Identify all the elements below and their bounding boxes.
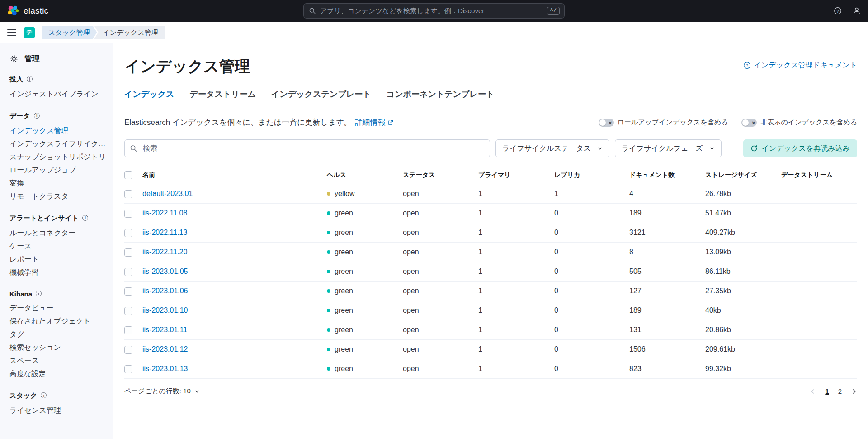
row-checkbox[interactable] <box>124 326 132 334</box>
space-badge[interactable]: テ <box>24 27 35 38</box>
storage-size-cell: 409.27kb <box>705 223 781 243</box>
keyboard-shortcut-hint: ^/ <box>547 7 560 15</box>
page-number[interactable]: 2 <box>838 387 842 395</box>
health-dot <box>327 192 330 196</box>
tab[interactable]: データストリーム <box>190 89 256 105</box>
primary-cell: 1 <box>478 243 554 262</box>
primary-cell: 1 <box>478 204 554 223</box>
replica-cell: 0 <box>554 359 629 379</box>
data-stream-cell <box>781 204 857 223</box>
toggle-switch[interactable]: × ロールアップインデックスを含める <box>599 118 728 127</box>
sidebar-item[interactable]: インジェストパイプライン <box>9 87 106 100</box>
sidebar-item[interactable]: リモートクラスター <box>9 190 106 203</box>
health-cell: green <box>327 287 399 295</box>
sidebar-item[interactable]: ライセンス管理 <box>9 404 106 417</box>
row-checkbox[interactable] <box>124 229 132 237</box>
sidebar-item[interactable]: レポート <box>9 253 106 266</box>
row-checkbox[interactable] <box>124 248 132 257</box>
sidebar-item[interactable]: スペース <box>9 354 106 367</box>
index-name-link[interactable]: iis-2023.01.11 <box>142 326 187 334</box>
info-icon: i <box>27 76 33 82</box>
breadcrumb-stack-management[interactable]: スタック管理 <box>42 26 97 39</box>
tab[interactable]: インデックステンプレート <box>271 89 371 105</box>
sidebar-item[interactable]: 保存されたオブジェクト <box>9 315 106 328</box>
health-dot <box>327 231 330 234</box>
chevron-down-icon <box>597 146 603 151</box>
index-name-link[interactable]: iis-2022.11.20 <box>142 248 187 256</box>
table-row: iis-2022.11.08 green open 1 0 189 51.47k… <box>124 204 857 223</box>
x-icon: × <box>609 119 612 125</box>
status-cell: open <box>403 359 478 379</box>
select-all-checkbox[interactable] <box>124 171 132 179</box>
docs-count-cell: 823 <box>629 359 705 379</box>
sidebar-item[interactable]: ロールアップジョブ <box>9 163 106 177</box>
next-page-button[interactable] <box>851 388 857 395</box>
reload-indices-button[interactable]: インデックスを再読み込み <box>743 139 857 157</box>
index-name-link[interactable]: iis-2023.01.05 <box>142 267 188 275</box>
health-dot <box>327 309 330 312</box>
index-name-link[interactable]: iis-2023.01.13 <box>142 365 188 372</box>
docs-count-cell: 127 <box>629 282 705 301</box>
sidebar-item[interactable]: 高度な設定 <box>9 367 106 380</box>
column-header[interactable]: ドキュメント数 <box>629 168 705 184</box>
row-checkbox[interactable] <box>124 268 132 276</box>
details-link[interactable]: 詳細情報 <box>355 117 393 128</box>
index-name-link[interactable]: iis-2023.01.12 <box>142 345 188 353</box>
docs-count-cell: 505 <box>629 262 705 282</box>
row-checkbox[interactable] <box>124 190 132 198</box>
health-cell: green <box>327 326 399 334</box>
index-name-link[interactable]: iis-2022.11.08 <box>142 209 187 217</box>
menu-button[interactable] <box>7 29 16 36</box>
row-checkbox[interactable] <box>124 287 132 296</box>
status-cell: open <box>403 243 478 262</box>
help-icon[interactable]: ? <box>834 7 842 15</box>
primary-cell: 1 <box>478 282 554 301</box>
sidebar-title: 管理 <box>24 53 40 64</box>
index-name-link[interactable]: iis-2022.11.13 <box>142 229 187 236</box>
column-header[interactable]: データストリーム <box>781 168 857 184</box>
filter-dropdown[interactable]: ライフサイクルフェーズ <box>615 139 722 157</box>
toggle-switch[interactable]: × 非表示のインデックスを含める <box>741 118 857 127</box>
docs-count-cell: 1506 <box>629 340 705 359</box>
column-header[interactable]: ヘルス <box>327 168 403 184</box>
health-dot <box>327 348 330 351</box>
sidebar-item[interactable]: スナップショットリポジトリ <box>9 150 106 163</box>
sidebar-item[interactable]: ケース <box>9 239 106 253</box>
row-checkbox[interactable] <box>124 365 132 373</box>
row-checkbox[interactable] <box>124 307 132 315</box>
index-name-link[interactable]: iis-2023.01.10 <box>142 306 188 314</box>
row-checkbox[interactable] <box>124 210 132 218</box>
sidebar-item[interactable]: データビュー <box>9 301 106 315</box>
table-row: default-2023.01 yellow open 1 1 4 26.78k… <box>124 184 857 204</box>
global-search-input[interactable]: アプリ、コンテンツなどを検索します。例：Discover ^/ <box>303 3 565 19</box>
filter-dropdown[interactable]: ライフサイクルステータス <box>495 139 609 157</box>
sidebar-item[interactable]: インデックスライフサイクル... <box>9 137 106 150</box>
rows-per-page-selector[interactable]: ページごとの行数: 10 <box>124 387 200 396</box>
column-header[interactable]: レプリカ <box>554 168 629 184</box>
column-header[interactable]: 名前 <box>142 168 327 184</box>
tab[interactable]: インデックス <box>124 89 175 105</box>
index-search-input[interactable] <box>124 139 490 157</box>
sidebar-section-alerts: アラートとインサイトi ルールとコネクター ケース レポート 機械学習 <box>9 214 106 279</box>
replica-cell: 0 <box>554 262 629 282</box>
replica-cell: 0 <box>554 223 629 243</box>
user-avatar-icon[interactable] <box>853 7 861 15</box>
page-number[interactable]: 1 <box>825 387 829 395</box>
info-icon: i <box>82 215 88 221</box>
sidebar-item[interactable]: 変換 <box>9 177 106 190</box>
documentation-link[interactable]: ? インデックス管理ドキュメント <box>743 61 858 70</box>
elastic-logo[interactable]: elastic <box>7 5 48 17</box>
sidebar-item[interactable]: 機械学習 <box>9 266 106 279</box>
row-checkbox[interactable] <box>124 346 132 354</box>
column-header[interactable]: プライマリ <box>478 168 554 184</box>
column-header[interactable]: ストレージサイズ <box>705 168 781 184</box>
index-name-link[interactable]: default-2023.01 <box>142 190 193 197</box>
sidebar-item[interactable]: タグ <box>9 328 106 341</box>
sidebar-item[interactable]: 検索セッション <box>9 341 106 354</box>
index-name-link[interactable]: iis-2023.01.06 <box>142 287 188 295</box>
sidebar-item[interactable]: インデックス管理 <box>9 124 106 137</box>
sidebar-item[interactable]: ルールとコネクター <box>9 226 106 239</box>
column-header[interactable]: ステータス <box>403 168 478 184</box>
health-dot <box>327 289 330 293</box>
tab[interactable]: コンポーネントテンプレート <box>387 89 495 105</box>
